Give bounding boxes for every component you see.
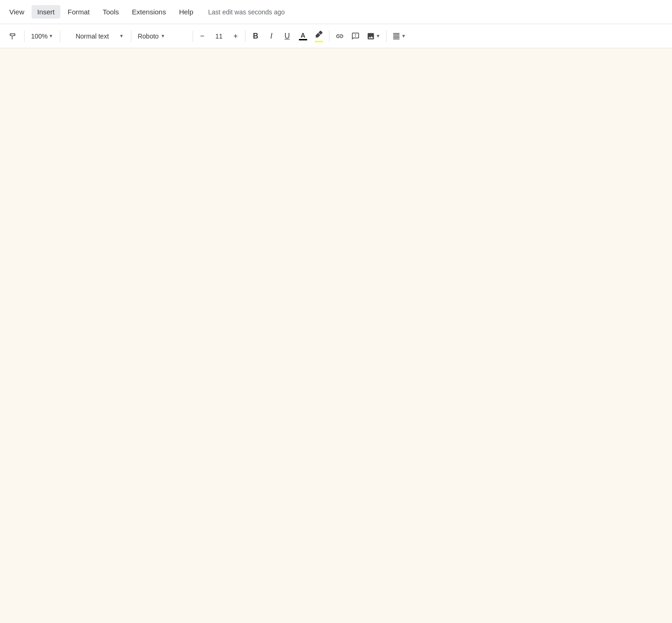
- toolbar: 100% ▼ Normal text ▼ Roboto ▼ − + B I U …: [0, 24, 672, 48]
- zoom-selector[interactable]: 100% ▼: [27, 31, 57, 42]
- text-style-selector[interactable]: Normal text ▼: [63, 30, 128, 42]
- font-size-control: − +: [196, 30, 242, 43]
- divider-6: [329, 31, 330, 42]
- document-area[interactable]: [0, 48, 672, 623]
- menu-bar: View Insert Format Tools Extensions Help…: [0, 0, 672, 24]
- image-icon: [367, 32, 375, 40]
- increase-font-size-button[interactable]: +: [229, 30, 242, 43]
- image-chevron-icon: ▼: [376, 33, 381, 39]
- divider-3: [131, 31, 131, 42]
- link-icon: [336, 32, 344, 40]
- last-edit-status: Last edit was seconds ago: [208, 8, 285, 16]
- highlight-pen-icon: [315, 30, 323, 39]
- comment-icon: [351, 32, 360, 40]
- menu-tools[interactable]: Tools: [97, 5, 124, 19]
- font-family-label: Roboto: [138, 32, 159, 40]
- align-icon: [392, 32, 401, 40]
- zoom-arrow-icon: ▼: [49, 33, 53, 39]
- text-color-button[interactable]: A: [296, 29, 310, 44]
- paint-format-button[interactable]: [4, 28, 21, 45]
- divider-7: [386, 31, 387, 42]
- text-style-label: Normal text: [67, 32, 117, 40]
- zoom-value: 100%: [31, 32, 48, 40]
- menu-format[interactable]: Format: [62, 5, 96, 19]
- font-family-selector[interactable]: Roboto ▼: [134, 31, 190, 42]
- highlight-color-button[interactable]: [311, 29, 326, 44]
- underline-icon: U: [284, 32, 290, 40]
- divider-1: [24, 31, 25, 42]
- bold-button[interactable]: B: [248, 29, 263, 44]
- highlight-color-bar: [315, 41, 323, 42]
- align-chevron-icon: ▼: [401, 33, 406, 39]
- menu-extensions[interactable]: Extensions: [126, 5, 171, 19]
- insert-link-button[interactable]: [332, 29, 347, 44]
- text-style-chevron-icon: ▼: [119, 33, 124, 39]
- font-chevron-icon: ▼: [161, 33, 165, 39]
- menu-view[interactable]: View: [4, 5, 30, 19]
- underline-button[interactable]: U: [280, 29, 295, 44]
- menu-insert[interactable]: Insert: [32, 5, 60, 19]
- divider-4: [193, 31, 193, 42]
- divider-2: [60, 31, 60, 42]
- text-color-letter: A: [301, 32, 305, 39]
- insert-image-button[interactable]: ▼: [364, 30, 383, 42]
- divider-5: [245, 31, 246, 42]
- decrease-font-size-button[interactable]: −: [196, 30, 209, 43]
- alignment-button[interactable]: ▼: [389, 30, 409, 42]
- menu-help[interactable]: Help: [174, 5, 199, 19]
- text-color-bar: [299, 39, 307, 40]
- italic-button[interactable]: I: [264, 29, 279, 44]
- paint-format-icon: [8, 32, 17, 40]
- font-size-input[interactable]: [210, 32, 228, 40]
- highlight-icon: [315, 30, 323, 40]
- add-comment-button[interactable]: [348, 29, 363, 44]
